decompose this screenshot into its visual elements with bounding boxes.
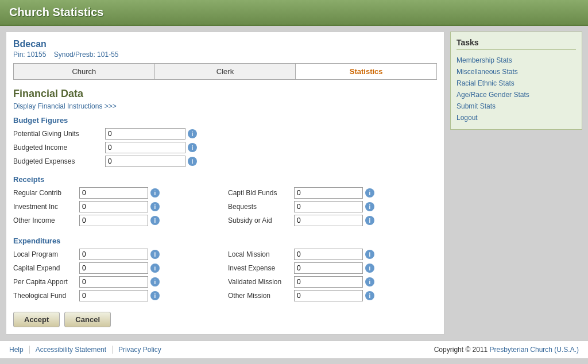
exp-label-left-0: Local Program [13, 250, 79, 258]
footer-copyright: Copyright © 2011 Presbyterian Church (U.… [434, 346, 579, 354]
info-icon-er3[interactable]: i [365, 291, 374, 300]
info-icon-er1[interactable]: i [365, 264, 374, 273]
expenditures-left-col: Local Program i Capital Expend i Per Cap… [13, 249, 222, 304]
info-icon-1[interactable]: i [188, 143, 197, 152]
page-header: Church Statistics [0, 0, 588, 26]
expenditures-form: Local Program i Capital Expend i Per Cap… [13, 249, 437, 304]
info-icon-rr2[interactable]: i [365, 216, 374, 225]
receipt-label-right-1: Bequests [228, 203, 294, 211]
receipt-row-left-0: Regular Contrib i [13, 187, 222, 199]
tab-church[interactable]: Church [14, 64, 155, 79]
info-icon-rl2[interactable]: i [150, 216, 160, 225]
financial-instructions-link[interactable]: Display Financial Instructions >>> [13, 102, 437, 110]
exp-row-right-3: Other Mission i [228, 290, 437, 301]
expenditures-section-title: Expenditures [13, 237, 437, 245]
budget-label-2: Budgeted Expenses [13, 157, 105, 165]
footer: Help Accessibility Statement Privacy Pol… [0, 340, 588, 358]
task-link-1[interactable]: Miscellaneous Stats [457, 66, 576, 78]
exp-label-right-1: Invest Expense [228, 264, 294, 272]
receipt-row-left-2: Other Income i [13, 215, 222, 226]
receipt-input-left-1[interactable] [79, 201, 148, 212]
tab-statistics[interactable]: Statistics [296, 64, 436, 79]
receipts-section-title: Receipts [13, 175, 437, 184]
footer-link-0[interactable]: Help [9, 346, 30, 354]
exp-input-left-1[interactable] [79, 262, 148, 274]
copyright-text: Copyright © 2011 [434, 346, 488, 354]
pin-label: Pin: 10155 [13, 51, 46, 59]
receipt-row-right-0: Captl Bld Funds i [228, 187, 437, 199]
receipt-label-left-1: Investment Inc [13, 203, 79, 211]
exp-input-right-2[interactable] [294, 276, 363, 288]
receipt-input-left-2[interactable] [79, 215, 148, 226]
receipt-input-right-2[interactable] [294, 215, 363, 226]
task-link-5[interactable]: Logout [457, 112, 576, 123]
receipt-input-left-0[interactable] [79, 187, 148, 199]
tab-bar: Church Clerk Statistics [13, 63, 437, 80]
accept-button[interactable]: Accept [13, 312, 60, 327]
church-name: Bdecan [13, 39, 437, 49]
exp-row-left-1: Capital Expend i [13, 262, 222, 274]
info-icon-er2[interactable]: i [365, 277, 374, 286]
exp-row-right-1: Invest Expense i [228, 262, 437, 274]
exp-input-right-1[interactable] [294, 262, 363, 274]
budget-label-0: Potential Giving Units [13, 130, 105, 138]
sidebar: Tasks Membership Stats Miscellaneous Sta… [450, 32, 582, 335]
cancel-button[interactable]: Cancel [64, 312, 111, 327]
exp-input-left-0[interactable] [79, 249, 148, 260]
info-icon-rl1[interactable]: i [150, 202, 160, 211]
task-link-4[interactable]: Submit Stats [457, 100, 576, 112]
exp-label-right-2: Validated Mission [228, 278, 294, 286]
receipt-row-right-2: Subsidy or Aid i [228, 215, 437, 226]
exp-row-right-0: Local Mission i [228, 249, 437, 260]
org-link[interactable]: Presbyterian Church (U.S.A.) [490, 346, 579, 354]
task-link-2[interactable]: Racial Ethnic Stats [457, 78, 576, 89]
task-link-3[interactable]: Age/Race Gender Stats [457, 89, 576, 100]
expenditures-section: Expenditures Local Program i Capital Exp… [13, 237, 437, 304]
tasks-box: Tasks Membership Stats Miscellaneous Sta… [450, 32, 582, 130]
info-icon-el1[interactable]: i [150, 264, 160, 273]
info-icon-rr0[interactable]: i [365, 188, 374, 198]
footer-links: Help Accessibility Statement Privacy Pol… [9, 346, 167, 354]
task-link-0[interactable]: Membership Stats [457, 55, 576, 66]
receipt-row-right-1: Bequests i [228, 201, 437, 212]
tab-clerk[interactable]: Clerk [155, 64, 296, 79]
exp-row-left-3: Theological Fund i [13, 290, 222, 301]
receipt-input-right-1[interactable] [294, 201, 363, 212]
info-icon-el3[interactable]: i [150, 291, 160, 300]
info-icon-el0[interactable]: i [150, 250, 160, 259]
info-icon-er0[interactable]: i [365, 250, 374, 259]
info-icon-el2[interactable]: i [150, 277, 160, 286]
tasks-title: Tasks [457, 38, 576, 50]
exp-label-right-0: Local Mission [228, 250, 294, 258]
info-icon-0[interactable]: i [188, 129, 197, 138]
exp-input-right-0[interactable] [294, 249, 363, 260]
receipts-left-col: Regular Contrib i Investment Inc i Other… [13, 187, 222, 229]
exp-input-left-3[interactable] [79, 290, 148, 301]
content-area: Bdecan Pin: 10155 Synod/Presb: 101-55 Ch… [6, 32, 444, 335]
main-layout: Bdecan Pin: 10155 Synod/Presb: 101-55 Ch… [0, 26, 588, 340]
synod-label: Synod/Presb: 101-55 [54, 51, 119, 59]
receipt-label-left-2: Other Income [13, 216, 79, 224]
info-icon-2[interactable]: i [188, 157, 197, 166]
page-title: Church Statistics [9, 6, 579, 19]
budget-row-1: Budgeted Income i [13, 142, 437, 153]
exp-label-left-2: Per Capita Apport [13, 278, 79, 286]
info-icon-rl0[interactable]: i [150, 188, 160, 198]
exp-input-left-2[interactable] [79, 276, 148, 288]
budget-input-0[interactable] [105, 128, 185, 140]
receipt-label-right-2: Subsidy or Aid [228, 216, 294, 224]
info-icon-rr1[interactable]: i [365, 202, 374, 211]
budget-input-2[interactable] [105, 156, 185, 167]
exp-row-left-2: Per Capita Apport i [13, 276, 222, 288]
budget-input-1[interactable] [105, 142, 185, 153]
footer-link-1[interactable]: Accessibility Statement [30, 346, 113, 354]
budget-section-title: Budget Figures [13, 116, 437, 125]
receipts-form: Regular Contrib i Investment Inc i Other… [13, 187, 437, 229]
exp-row-right-2: Validated Mission i [228, 276, 437, 288]
receipt-row-left-1: Investment Inc i [13, 201, 222, 212]
exp-input-right-3[interactable] [294, 290, 363, 301]
footer-link-2[interactable]: Privacy Policy [113, 346, 167, 354]
church-pin: Pin: 10155 Synod/Presb: 101-55 [13, 51, 437, 59]
budget-section: Budget Figures Potential Giving Units i … [13, 116, 437, 167]
receipt-input-right-0[interactable] [294, 187, 363, 199]
